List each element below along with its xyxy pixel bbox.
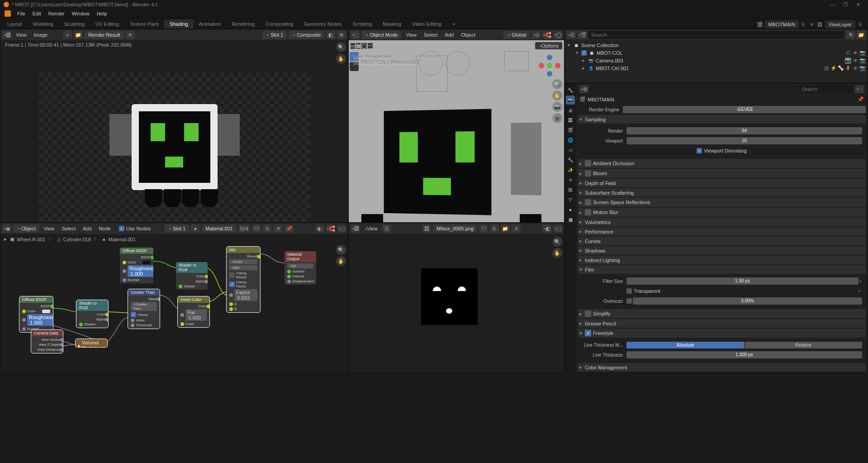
pin-material-icon[interactable]: 📌: [285, 224, 294, 233]
channels-icon[interactable]: ◧: [326, 31, 335, 39]
filter-size[interactable]: 1.50 px: [626, 277, 859, 285]
ws-render[interactable]: Rendering: [226, 19, 260, 29]
freestyle-header[interactable]: ▾✓Freestyle: [578, 329, 866, 338]
render-menu[interactable]: Render: [45, 10, 68, 17]
help-menu[interactable]: Help: [93, 10, 111, 17]
blender-logo-icon[interactable]: [5, 10, 11, 17]
collection-checkbox[interactable]: ✓: [581, 50, 587, 56]
minimize-button[interactable]: —: [826, 0, 839, 9]
ne-overlay-icon[interactable]: ◐: [315, 224, 324, 233]
render-icon[interactable]: 📷: [859, 50, 866, 56]
tab-texture[interactable]: ▦: [566, 215, 575, 224]
sec-simplify[interactable]: ▸Simplify: [578, 309, 866, 318]
ne-editor-type-dropdown[interactable]: ◉: [2, 224, 11, 233]
render-samples[interactable]: 64: [626, 127, 862, 134]
viewlayer-icon[interactable]: 🖼: [817, 21, 823, 28]
sec-dof[interactable]: ▸Depth of Field: [578, 179, 866, 187]
sel-lasso-icon[interactable]: 〰: [368, 43, 373, 48]
3d-viewport[interactable]: ⬚ Object Mode View Select Add Object Glo…: [348, 29, 564, 223]
ws-shading[interactable]: Shading: [164, 19, 193, 29]
ie-editor-type-dropdown[interactable]: 🖼: [351, 224, 360, 233]
unlink-material-icon[interactable]: ✕: [274, 224, 283, 233]
sec-shadows[interactable]: ▸Shadows: [578, 246, 866, 255]
sel-circle-icon[interactable]: ◯: [361, 43, 367, 49]
file-menu[interactable]: File: [14, 10, 29, 17]
camera-data-icon[interactable]: 📷: [845, 57, 851, 64]
overscan-checkbox[interactable]: [626, 298, 632, 304]
options-dropdown[interactable]: Options: [535, 42, 562, 49]
image-menu-r[interactable]: Image: [31, 31, 51, 38]
image-datablock[interactable]: Render Result: [85, 31, 123, 39]
node-voronoi[interactable]: ▸Voronoi Texture: [76, 339, 107, 347]
sec-indirect[interactable]: ▸Indirect Lighting: [578, 256, 866, 264]
snap-icon[interactable]: 🧲: [542, 31, 551, 39]
props-type-dropdown[interactable]: ⚙: [579, 85, 588, 93]
render-icon[interactable]: 📷: [859, 57, 866, 64]
bone-icon[interactable]: 🦴: [838, 65, 844, 72]
vp-object-menu[interactable]: Object: [458, 31, 478, 38]
close-button[interactable]: ✕: [852, 0, 864, 9]
fake-user-icon[interactable]: 🛡: [252, 224, 261, 233]
ie-open-icon[interactable]: 📁: [501, 224, 510, 233]
node-material-output[interactable]: Material Output All Surface Volume Displ…: [285, 251, 316, 285]
freestyle-relative[interactable]: Relative: [745, 342, 862, 348]
node-invert-color[interactable]: Invert Color Color Fac 0.000 Color: [178, 296, 209, 327]
window-menu[interactable]: Window: [68, 10, 93, 17]
tab-tool[interactable]: 🔧: [566, 86, 575, 95]
ie-zoom-icon[interactable]: 🔍: [552, 237, 562, 247]
node-camera-data[interactable]: Camera Data View Vector View Z Depth Vie…: [31, 330, 63, 353]
tab-physics[interactable]: ⚛: [566, 175, 575, 184]
tab-particles[interactable]: ✨: [566, 165, 575, 174]
denoise-checkbox[interactable]: ✓: [697, 148, 702, 153]
material-selector[interactable]: Material.001: [202, 224, 237, 233]
image-new-icon[interactable]: +: [63, 31, 72, 39]
ws-texpaint[interactable]: Texture Paint: [124, 19, 164, 29]
viewport-samples[interactable]: 16: [626, 137, 862, 144]
node-shader-rgb-2[interactable]: Shader to RGB Color Alpha Shader: [76, 300, 108, 328]
ws-comp[interactable]: Compositing: [260, 19, 299, 29]
ne-node-menu[interactable]: Node: [96, 225, 114, 232]
props-search[interactable]: [799, 86, 853, 93]
sec-bloom[interactable]: ▸Bloom: [578, 169, 866, 178]
node-mix[interactable]: Mix Result Color Mix Clamp Result ✓Clamp…: [227, 247, 260, 312]
texture-canvas[interactable]: [421, 268, 478, 325]
view-menu-r[interactable]: View: [13, 31, 29, 38]
sel-tweak-icon[interactable]: ▭: [351, 43, 355, 49]
tab-world[interactable]: 🌐: [566, 135, 575, 144]
film-header[interactable]: ▾Film: [578, 265, 866, 274]
props-breadcrumb[interactable]: MBOTMAIN: [588, 97, 614, 102]
pin-icon[interactable]: 📌: [858, 96, 864, 102]
render-slot[interactable]: Slot 1: [262, 31, 287, 39]
maximize-button[interactable]: ❐: [839, 0, 852, 9]
sec-gp[interactable]: ▸Grease Pencil: [578, 319, 866, 328]
render-canvas[interactable]: [39, 72, 310, 223]
freestyle-absolute[interactable]: Absolute: [626, 342, 744, 348]
pose-icon[interactable]: 🧍: [845, 65, 851, 72]
ws-script[interactable]: Scripting: [347, 19, 377, 29]
vp-view-menu[interactable]: View: [403, 31, 419, 38]
eye-icon[interactable]: 👁: [852, 65, 859, 72]
sel-box-icon[interactable]: ▦: [356, 43, 360, 49]
filter-icon[interactable]: ⚗: [846, 31, 855, 39]
ne-view-menu[interactable]: View: [41, 225, 57, 232]
gear-icon[interactable]: ⚙: [337, 31, 346, 39]
tab-data[interactable]: ▽: [566, 195, 575, 204]
sec-mblur[interactable]: ▸Motion Blur: [578, 208, 866, 217]
scene-icon[interactable]: 🎬: [757, 21, 763, 28]
tab-scene[interactable]: 🎬: [566, 125, 575, 134]
constraint-icon[interactable]: ⛓: [823, 65, 830, 72]
ie-gear-icon[interactable]: ⬚: [553, 224, 562, 233]
sec-sss[interactable]: ▸Subsurface Scattering: [578, 188, 866, 197]
viewlayer-selector[interactable]: ViewLayer: [825, 20, 855, 29]
mode-selector[interactable]: Object Mode: [361, 31, 401, 39]
render-engine-selector[interactable]: EEVEE: [623, 106, 866, 113]
sec-vol[interactable]: ▸Volumetrics: [578, 218, 866, 226]
transparent-checkbox[interactable]: [626, 288, 632, 294]
tab-viewlayer[interactable]: 🖼: [566, 115, 575, 124]
ws-sculpting[interactable]: Sculpting: [59, 19, 90, 29]
ws-geonodes[interactable]: Geometry Nodes: [299, 19, 347, 29]
tab-object[interactable]: ▭: [566, 145, 575, 154]
outliner-type-dropdown[interactable]: ☰: [567, 31, 576, 39]
proportional-icon[interactable]: ◯: [553, 31, 562, 39]
image-open-icon[interactable]: 📁: [74, 31, 83, 39]
